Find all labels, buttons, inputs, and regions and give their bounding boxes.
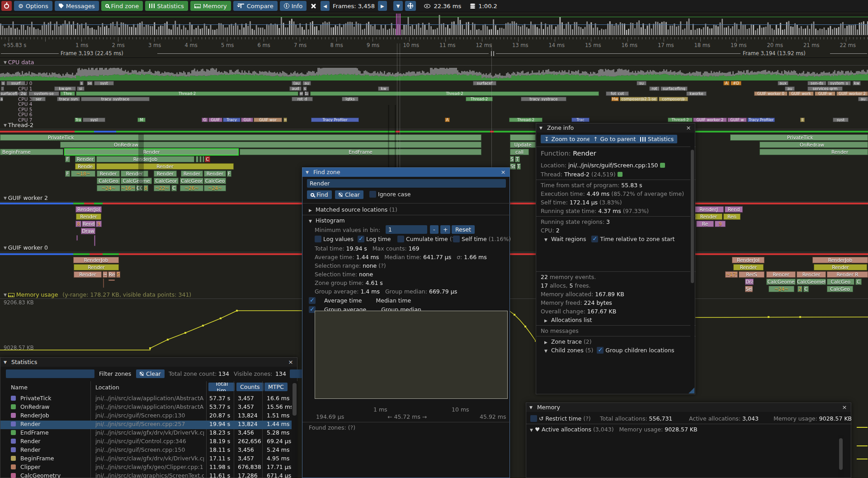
memory-panel-title[interactable]: Memory — [526, 403, 851, 412]
timeline-zone[interactable]: CalcGeome — [766, 279, 796, 285]
wait-regions-row[interactable]: ▼ Wait regions Time relative to zone sta… — [544, 236, 675, 242]
timeline-zone[interactable] — [510, 134, 536, 141]
scrollbar[interactable] — [838, 435, 844, 478]
cpu-zone[interactable]: s — [303, 86, 307, 91]
timeline-zone[interactable]: OnRedraw — [760, 142, 868, 148]
cpu-zone[interactable]: composer@2.1-se — [620, 97, 658, 101]
timeline-zone[interactable]: RerS — [739, 271, 764, 278]
cpu-zone[interactable]: se — [87, 81, 93, 85]
timeline-zone[interactable]: CalcGeo — [97, 178, 120, 184]
memory-button[interactable]: Memory — [190, 1, 231, 11]
timeline-zone[interactable]: 8 — [143, 185, 148, 191]
timeline-zone[interactable]: Render — [65, 149, 238, 155]
timeline-zone[interactable]: Rende — [75, 163, 95, 170]
cpu-zone[interactable]: au — [302, 81, 311, 85]
stat-zone-name[interactable]: CalcGeometry — [20, 472, 61, 478]
timeline-zone[interactable]: F — [65, 170, 70, 177]
log-time-checkbox[interactable]: Log time — [358, 236, 391, 242]
go-to-parent-button[interactable]: ↑Go to parent — [590, 135, 639, 143]
timeline-zone[interactable]: F — [65, 156, 70, 162]
cpu-zone[interactable]: GUIF worker 2 — [836, 91, 868, 96]
options-button[interactable]: ⚙Options — [14, 1, 52, 11]
cpu-zone[interactable]: composer@ — [659, 97, 688, 101]
close-icon[interactable]: × — [500, 169, 507, 176]
cpu-zone[interactable]: GUIF worker 0 — [754, 91, 788, 96]
cpu-zone[interactable]: au — [858, 97, 868, 101]
cpu-zone[interactable]: sysl — [83, 118, 105, 122]
timeline-zone[interactable]: Render — [181, 170, 203, 177]
stat-zone-name[interactable]: Clipper — [20, 464, 40, 470]
cpu-zone[interactable]: GUI — [241, 118, 253, 122]
cpu-zone[interactable]: Thread-2 — [310, 91, 599, 96]
cpu-zone[interactable]: l — [800, 118, 805, 122]
cpu-zone[interactable]: rot_d — [292, 97, 313, 101]
timeline-zone[interactable]: Ren — [723, 213, 741, 220]
zone-trace-row[interactable]: ▶ Zone trace (2) — [544, 338, 592, 345]
cpu-zone[interactable]: Thread-2 — [668, 118, 693, 122]
power-button[interactable] — [1, 1, 12, 11]
timeline-zone[interactable]: Re — [108, 271, 116, 278]
timeline-zone[interactable]: OnRedraw — [60, 142, 481, 148]
find-zone-panel-title[interactable]: Find zone — [302, 168, 509, 177]
cpu-zone[interactable]: GUIF worker 2 — [693, 118, 727, 122]
timeline-zone[interactable]: Render — [814, 264, 867, 270]
timeline-zone[interactable]: Render — [76, 213, 101, 220]
thread2-header[interactable]: Thread-2 — [4, 122, 33, 128]
stat-zone-name[interactable]: RenderJob — [20, 412, 49, 419]
timeline-zone[interactable]: 9 — [715, 221, 726, 227]
timeline-zone[interactable]: ~16~ — [121, 185, 136, 191]
axis-span[interactable]: ← 45.72 ms → — [387, 413, 427, 420]
find-button[interactable]: Find — [307, 190, 332, 199]
stat-zone-name[interactable]: EndFrame — [20, 429, 49, 436]
stat-zone-name[interactable]: Render — [20, 421, 41, 427]
cpu-zone[interactable]: GUIF work — [788, 91, 814, 96]
frame-dropdown-button[interactable]: ▼ — [393, 1, 403, 11]
cpu-zone[interactable]: A — [723, 81, 730, 85]
timeline-zone[interactable]: 5 — [116, 271, 120, 278]
cpu-zone[interactable]: 2g — [19, 91, 28, 96]
cpu-zone[interactable]: GUIF — [208, 118, 222, 122]
cpu-zone[interactable]: Thread-2 — [509, 118, 542, 122]
cpu-zone[interactable]: ssurf — [6, 81, 25, 85]
zone-info-panel-title[interactable]: Zone info — [536, 123, 695, 133]
cpu-zone[interactable] — [1, 86, 4, 91]
stat-zone-name[interactable]: PrivateTick — [20, 395, 51, 402]
matched-source-locations[interactable]: ▶ Matched source locations (1) — [309, 206, 397, 213]
stat-zone-location[interactable]: jni/../jni/src/guif/Screen.cpp:257 — [95, 421, 204, 427]
timeline-zone[interactable]: ~17' — [725, 271, 738, 278]
timeline-zone[interactable]: RenderJol — [732, 257, 764, 263]
timeline-zone[interactable]: EndFrame — [240, 149, 481, 155]
cpu-zone[interactable]: M — [137, 118, 146, 122]
timeline-zone[interactable]: call — [510, 149, 529, 155]
timeline-zone[interactable]: BeginFrame — [0, 149, 63, 155]
cpu-zone[interactable]: tracy_systrace — [81, 97, 150, 101]
cpu-zone[interactable]: services-grm — [807, 86, 843, 91]
cpu-zone[interactable]: rot — [649, 86, 660, 91]
stat-zone-name[interactable]: OnRedraw — [20, 403, 50, 410]
timeline-zone[interactable] — [108, 279, 115, 281]
prev-frame-button[interactable]: ◀ — [321, 1, 330, 11]
timeline-zone[interactable]: ~24~ — [204, 185, 226, 191]
restrict-time-checkbox[interactable]: ↺ Restrict time (?) — [530, 415, 591, 422]
self-time-checkbox[interactable]: Self time (1.16%) — [453, 236, 511, 242]
timeline-zone[interactable]: RenderJob — [812, 257, 868, 263]
cpu-zone[interactable]: Thre — [60, 91, 75, 96]
cpu-zone[interactable]: 1a — [304, 91, 309, 96]
cpu-zone[interactable]: aux — [778, 81, 788, 85]
stat-zone-location[interactable]: jni/../jni/src/claw/gfx/drv/vk/DriverVk.… — [95, 429, 204, 436]
timeline-zone[interactable]: ~26~ — [180, 185, 203, 191]
cpu-zone[interactable]: tracy_systrace — [521, 97, 566, 101]
reset-button[interactable]: Reset — [452, 225, 475, 234]
timeline-zone[interactable]: Render — [74, 264, 119, 270]
cpu-zone[interactable]: ser — [32, 97, 46, 101]
timeline-zone[interactable]: RenderJol — [75, 206, 102, 213]
guif-worker2-header[interactable]: GUIF worker 2 — [4, 194, 48, 201]
find-zone-button[interactable]: Find zone — [101, 1, 143, 11]
stat-zone-location[interactable]: jni/../jni/src/guif/Screen.cpp:150 — [95, 446, 204, 453]
min-bin-input[interactable] — [386, 225, 427, 234]
stat-zone-location[interactable]: jni/../jni/src/claw/application/Abstract… — [95, 395, 204, 402]
plus-button[interactable]: + — [440, 225, 450, 234]
timeline-zone[interactable]: CalcGeor — [154, 178, 179, 184]
timeline-zone[interactable]: Render — [695, 213, 722, 220]
stat-zone-location[interactable]: jni/../jni/src/guif/Control.cpp:346 — [95, 438, 204, 445]
